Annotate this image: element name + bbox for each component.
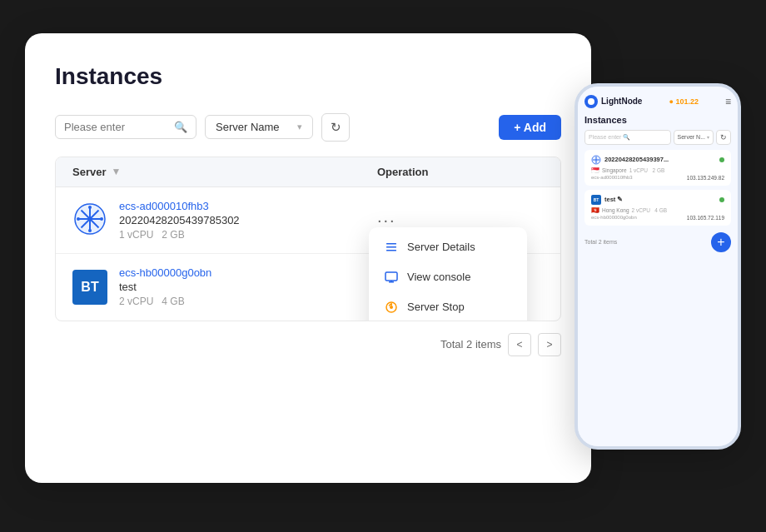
mobile-chevron-icon: ▾ bbox=[707, 134, 709, 140]
mobile-filter[interactable]: Server N... ▾ bbox=[674, 130, 714, 145]
server-id: test bbox=[119, 281, 211, 293]
server-link[interactable]: ecs-ad000010fhb3 bbox=[119, 200, 240, 212]
monitor-icon bbox=[384, 270, 399, 285]
svg-rect-12 bbox=[385, 272, 397, 281]
mobile-refresh-button[interactable]: ↻ bbox=[716, 130, 731, 145]
mobile-search-input[interactable]: Please enter 🔍 bbox=[584, 130, 671, 145]
operation-cell: ··· Server Details bbox=[377, 211, 544, 230]
chevron-down-icon: ▾ bbox=[297, 122, 302, 132]
mobile-instances-title: Instances bbox=[584, 115, 731, 125]
mobile-logo-icon bbox=[584, 95, 598, 108]
svg-point-8 bbox=[100, 217, 103, 221]
server-icon bbox=[72, 202, 107, 237]
server-info: ecs-hb00000g0obn test 2 vCPU 4 GB bbox=[119, 266, 211, 307]
mobile-location: Singapore bbox=[602, 167, 627, 173]
toolbar: 🔍 Server Name ▾ ↻ + Add bbox=[55, 113, 561, 142]
instances-table: Server ▼ Operation bbox=[55, 157, 561, 321]
search-input[interactable] bbox=[64, 121, 169, 133]
server-link[interactable]: ecs-hb00000g0obn bbox=[119, 266, 211, 279]
menu-label: Server Stop bbox=[407, 301, 465, 313]
mobile-server-row: BT test ✎ 🇭🇰 Hong Kong 2 vCPU 4 GB ecs-h… bbox=[584, 190, 731, 226]
menu-label: Server Details bbox=[407, 241, 475, 253]
mobile-search-row: Please enter 🔍 Server N... ▾ ↻ bbox=[584, 130, 731, 145]
menu-item-server-details[interactable]: Server Details bbox=[369, 232, 527, 262]
mobile-snowflake-icon bbox=[591, 155, 601, 165]
server-icon: BT bbox=[72, 270, 107, 305]
filter-select[interactable]: Server Name ▾ bbox=[205, 115, 313, 139]
mobile-server-name: test ✎ bbox=[604, 196, 716, 203]
mobile-ecs: ecs-hb000000g0obn bbox=[591, 215, 637, 221]
server-id: 20220428205439785302 bbox=[119, 214, 240, 226]
total-text: Total 2 items bbox=[440, 338, 501, 351]
table-header: Server ▼ Operation bbox=[56, 157, 560, 187]
menu-label: View console bbox=[407, 271, 470, 283]
mobile-add-button[interactable]: + bbox=[711, 232, 731, 252]
column-filter-icon[interactable]: ▼ bbox=[111, 166, 121, 177]
desktop-card: Instances 🔍 Server Name ▾ ↻ + Add Server… bbox=[25, 33, 591, 483]
mobile-total: Total 2 items bbox=[584, 239, 617, 245]
mobile-server-status bbox=[719, 157, 724, 162]
list-icon bbox=[384, 240, 399, 255]
mobile-card: LightNode ● 101.22 ≡ Instances Please en… bbox=[574, 83, 741, 450]
mobile-menu-icon[interactable]: ≡ bbox=[725, 96, 731, 107]
server-specs: 1 vCPU 2 GB bbox=[119, 229, 240, 241]
svg-point-6 bbox=[88, 229, 92, 232]
mobile-location: Hong Kong bbox=[602, 207, 629, 213]
svg-rect-13 bbox=[389, 281, 394, 283]
mobile-ecs: ecs-ad000010fhb3 bbox=[591, 175, 633, 181]
mobile-server-name: 20220428205439397... bbox=[604, 156, 716, 163]
mobile-footer: Total 2 items + bbox=[584, 232, 731, 252]
server-specs: 2 vCPU 4 GB bbox=[119, 296, 211, 307]
pagination-bar: Total 2 items < > bbox=[55, 333, 561, 356]
svg-point-7 bbox=[77, 217, 80, 221]
add-button[interactable]: + Add bbox=[499, 115, 561, 140]
mobile-logo: LightNode bbox=[584, 95, 642, 108]
mobile-spec: 2 vCPU 4 GB bbox=[632, 207, 668, 213]
menu-item-server-stop[interactable]: Server Stop bbox=[369, 292, 527, 321]
col-operation-header: Operation bbox=[377, 166, 544, 178]
refresh-button[interactable]: ↻ bbox=[321, 113, 350, 142]
snowflake-icon bbox=[72, 202, 107, 236]
server-info: ecs-ad000010fhb3 20220428205439785302 1 … bbox=[119, 200, 240, 241]
server-cell: BT ecs-hb00000g0obn test 2 vCPU 4 GB bbox=[72, 266, 377, 307]
svg-point-5 bbox=[88, 206, 92, 209]
mobile-server-status bbox=[719, 197, 724, 202]
filter-label: Server Name bbox=[216, 121, 280, 133]
search-box[interactable]: 🔍 bbox=[55, 115, 196, 139]
page-title: Instances bbox=[55, 63, 561, 90]
mobile-bt-icon: BT bbox=[591, 195, 601, 205]
menu-item-view-console[interactable]: View console bbox=[369, 262, 527, 292]
table-row: ecs-ad000010fhb3 20220428205439785302 1 … bbox=[56, 187, 560, 254]
next-page-button[interactable]: > bbox=[538, 333, 561, 356]
dropdown-menu: Server Details View console bbox=[369, 227, 527, 321]
stop-icon bbox=[384, 300, 399, 315]
server-cell: ecs-ad000010fhb3 20220428205439785302 1 … bbox=[72, 200, 377, 241]
mobile-ip: 103.165.72.119 bbox=[687, 215, 724, 221]
mobile-spec: 1 vCPU 2 GB bbox=[629, 167, 665, 173]
svg-rect-11 bbox=[386, 250, 396, 251]
mobile-server-top: 20220428205439397... bbox=[591, 155, 724, 165]
col-server-header: Server ▼ bbox=[72, 166, 377, 178]
bt-icon: BT bbox=[72, 270, 107, 305]
svg-point-25 bbox=[588, 98, 594, 105]
mobile-server-row: 20220428205439397... 🇸🇬 Singapore 1 vCPU… bbox=[584, 150, 731, 186]
mobile-ip: 103.135.249.82 bbox=[687, 175, 724, 181]
mobile-screen: LightNode ● 101.22 ≡ Instances Please en… bbox=[578, 87, 738, 446]
mobile-search-icon: 🔍 bbox=[623, 134, 630, 141]
svg-point-17 bbox=[390, 306, 393, 309]
search-icon: 🔍 bbox=[174, 121, 187, 133]
refresh-icon: ↻ bbox=[331, 120, 341, 135]
svg-rect-10 bbox=[386, 246, 396, 248]
prev-page-button[interactable]: < bbox=[508, 333, 531, 356]
mobile-server-top: BT test ✎ bbox=[591, 195, 724, 205]
mobile-header: LightNode ● 101.22 ≡ bbox=[584, 95, 731, 108]
svg-rect-9 bbox=[386, 243, 396, 245]
mobile-flag: 🇭🇰 bbox=[591, 206, 599, 214]
mobile-balance: ● 101.22 bbox=[669, 97, 698, 106]
mobile-flag: 🇸🇬 bbox=[591, 167, 599, 174]
